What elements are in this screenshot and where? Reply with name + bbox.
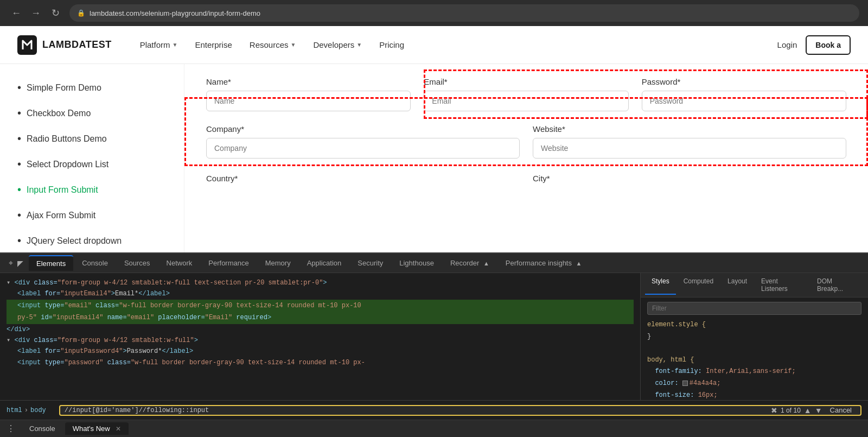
password-input[interactable] <box>642 91 846 111</box>
breadcrumb: html › body <box>0 407 53 414</box>
forward-button[interactable]: → <box>28 5 43 21</box>
search-prev-button[interactable]: ▲ <box>804 406 812 415</box>
sidebar-item-simple-form[interactable]: Simple Form Demo <box>17 75 167 100</box>
nav-item-platform[interactable]: Platform ▼ <box>133 37 184 53</box>
devtools-body: ▾ <div class="form-group w-4/12 smtablet… <box>0 273 868 400</box>
top-nav: LAMBDATEST Platform ▼ Enterprise Resourc… <box>0 26 868 64</box>
bottom-tab-console[interactable]: Console <box>22 422 63 435</box>
search-next-button[interactable]: ▼ <box>815 406 822 415</box>
code-line-6: <label for="inputPassword4">Password*</l… <box>7 346 634 357</box>
tab-memory[interactable]: Memory <box>258 256 298 270</box>
form-group-company: Company* <box>206 124 520 159</box>
email-label: Email* <box>424 77 628 86</box>
tab-performance[interactable]: Performance <box>201 256 256 270</box>
email-input[interactable] <box>424 91 628 111</box>
bottom-tab-whats-new[interactable]: What's New ✕ <box>65 422 129 435</box>
reload-button[interactable]: ↻ <box>48 5 63 21</box>
form-group-website: Website* <box>533 124 846 159</box>
tab-application[interactable]: Application <box>299 256 349 270</box>
styles-tab-styles[interactable]: Styles <box>645 275 676 295</box>
nav-item-enterprise[interactable]: Enterprise <box>188 37 238 53</box>
name-input[interactable] <box>206 91 411 111</box>
code-line-3-highlight[interactable]: <input type="email" class="w-full border… <box>7 300 634 312</box>
form-row-2: Company* Website* <box>206 124 846 159</box>
tab-security[interactable]: Security <box>350 256 391 270</box>
sidebar-item-jquery[interactable]: JQuery Select dropdown <box>17 228 167 252</box>
tab-recorder[interactable]: Recorder ▲ <box>443 256 497 270</box>
devtools-tabs: ⌖ ◤ Elements Console Sources Network Per… <box>0 254 868 273</box>
styles-tab-computed[interactable]: Computed <box>677 275 720 295</box>
styles-tab-layout[interactable]: Layout <box>721 275 754 295</box>
devtools-search-bar: ✖ 1 of 10 ▲ ▼ Cancel <box>59 405 861 416</box>
nav-items: Platform ▼ Enterprise Resources ▼ Develo… <box>133 37 756 53</box>
device-icon[interactable]: ◤ <box>17 259 23 268</box>
css-rule-body-html: body, html { font-family: Inter,Arial,sa… <box>647 354 861 400</box>
company-label: Company* <box>206 124 520 134</box>
nav-right: Login Book a <box>777 35 851 55</box>
cursor-icon[interactable]: ⌖ <box>9 258 13 268</box>
clear-search-button[interactable]: ✖ <box>771 406 777 415</box>
close-tab-icon[interactable]: ✕ <box>116 425 121 433</box>
devtools-panel: ⌖ ◤ Elements Console Sources Network Per… <box>0 252 868 437</box>
recorder-icon: ▲ <box>483 260 489 267</box>
css-rule-element: element.style { } <box>647 319 861 343</box>
sidebar-item-ajax-form[interactable]: Ajax Form Submit <box>17 202 167 228</box>
breadcrumb-html[interactable]: html <box>7 407 22 414</box>
login-button[interactable]: Login <box>777 40 797 49</box>
sidebar-item-select-dropdown[interactable]: Select Dropdown List <box>17 151 167 177</box>
browser-chrome: ← → ↻ 🔒 lambdatest.com/selenium-playgrou… <box>0 0 868 26</box>
book-button[interactable]: Book a <box>806 35 851 55</box>
devtools-search-input[interactable] <box>65 407 768 414</box>
search-controls: ✖ 1 of 10 ▲ ▼ <box>771 406 822 415</box>
back-button[interactable]: ← <box>9 5 24 21</box>
styles-filter-input[interactable] <box>647 302 861 315</box>
code-line-4: </div> <box>7 324 634 335</box>
url-text: lambdatest.com/selenium-playground/input… <box>90 9 260 17</box>
code-line-1: ▾ <div class="form-group w-4/12 smtablet… <box>7 277 634 288</box>
search-count: 1 of 10 <box>781 407 801 414</box>
nav-item-pricing[interactable]: Pricing <box>373 37 411 53</box>
address-bar[interactable]: 🔒 lambdatest.com/selenium-playground/inp… <box>69 4 859 22</box>
styles-tab-dom-breakpoints[interactable]: DOM Breakp... <box>810 275 864 295</box>
password-label: Password* <box>642 77 846 86</box>
nav-item-developers[interactable]: Developers ▼ <box>307 37 368 53</box>
logo-icon <box>17 35 37 55</box>
cancel-button[interactable]: Cancel <box>826 406 856 414</box>
form-area: Name* Email* Password* Company* <box>184 64 868 252</box>
tab-console[interactable]: Console <box>74 256 116 270</box>
page-wrapper: LAMBDATEST Platform ▼ Enterprise Resourc… <box>0 26 868 437</box>
form-row-3: Country* City* <box>206 174 846 187</box>
country-label: Country* <box>206 174 520 183</box>
sidebar-item-checkbox[interactable]: Checkbox Demo <box>17 100 167 126</box>
tab-elements[interactable]: Elements <box>29 255 73 271</box>
bottom-bar: html › body ✖ 1 of 10 ▲ ▼ Cancel <box>0 400 868 420</box>
form-group-name: Name* <box>206 77 411 111</box>
tab-sources[interactable]: Sources <box>117 256 158 270</box>
sidebar-item-radio[interactable]: Radio Buttons Demo <box>17 126 167 151</box>
logo[interactable]: LAMBDATEST <box>17 35 112 55</box>
triangle-icon: ▾ <box>7 279 10 287</box>
styles-content: element.style { } body, html { font-fami… <box>641 297 868 400</box>
bottom-tabs: ⋮ Console What's New ✕ <box>0 420 868 437</box>
chevron-down-icon: ▼ <box>173 42 178 48</box>
tab-lighthouse[interactable]: Lighthouse <box>392 256 442 270</box>
website-input[interactable] <box>533 138 846 159</box>
main-content: Simple Form Demo Checkbox Demo Radio But… <box>0 64 868 252</box>
elements-panel: ▾ <div class="form-group w-4/12 smtablet… <box>0 273 640 400</box>
styles-tabs: Styles Computed Layout Event Listeners D… <box>641 273 868 297</box>
tab-performance-insights[interactable]: Performance insights ▲ <box>498 256 590 270</box>
sidebar-item-input-form[interactable]: Input Form Submit <box>17 177 167 202</box>
color-swatch <box>682 381 688 386</box>
name-label: Name* <box>206 77 411 86</box>
company-input[interactable] <box>206 138 520 159</box>
styles-tab-event-listeners[interactable]: Event Listeners <box>755 275 809 295</box>
breadcrumb-body[interactable]: body <box>30 407 46 414</box>
chevron-down-icon: ▼ <box>356 42 362 48</box>
chevron-down-icon: ▼ <box>291 42 296 48</box>
sidebar: Simple Form Demo Checkbox Demo Radio But… <box>0 64 184 252</box>
code-line-3-highlight-2[interactable]: py-5" id="inputEmail4" name="email" plac… <box>7 312 634 324</box>
dots-menu-icon[interactable]: ⋮ <box>7 423 15 434</box>
nav-item-resources[interactable]: Resources ▼ <box>243 37 303 53</box>
code-line-7: <input type="password" class="w-full bor… <box>7 357 634 368</box>
tab-network[interactable]: Network <box>159 256 200 270</box>
